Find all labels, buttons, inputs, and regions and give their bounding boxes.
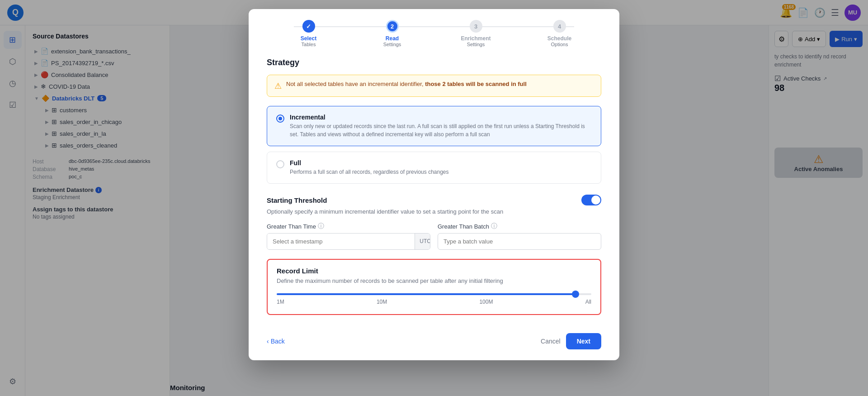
- radio-incremental[interactable]: [276, 115, 284, 123]
- record-limit-title: Record Limit: [277, 267, 591, 275]
- radio-full[interactable]: [276, 160, 284, 168]
- slider-label-100m: 100M: [479, 299, 493, 305]
- modal-footer: ‹ Back Cancel Next: [249, 326, 619, 360]
- slider-label-10m: 10M: [377, 299, 387, 305]
- step-schedule[interactable]: 4 Schedule Options: [518, 20, 601, 47]
- step-circle-4: 4: [553, 20, 566, 33]
- option-incremental-desc: Scan only new or updated records since t…: [290, 122, 592, 138]
- warning-icon: ⚠: [274, 81, 282, 91]
- step-sublabel-4: Options: [551, 42, 568, 47]
- warning-banner: ⚠ Not all selected tables have an increm…: [267, 75, 601, 97]
- step-circle-2: 2: [386, 20, 399, 33]
- option-full-desc: Performs a full scan of all records, reg…: [290, 168, 449, 176]
- slider-track: [277, 293, 591, 295]
- slider-fill: [277, 293, 576, 295]
- step-circle-3: 3: [470, 20, 482, 33]
- wizard-steps: ✓ Select Tables 2 Read Settings 3 Enrich…: [249, 9, 619, 47]
- step-circle-1: ✓: [302, 20, 315, 33]
- option-incremental[interactable]: Incremental Scan only new or updated rec…: [267, 106, 601, 146]
- warning-text: Not all selected tables have an incremen…: [286, 81, 527, 87]
- threshold-header: Starting Threshold: [267, 195, 601, 205]
- slider-labels: 1M 10M 100M All: [277, 299, 591, 305]
- batch-input-group: Greater Than Batch ⓘ: [438, 222, 601, 250]
- strategy-title: Strategy: [267, 58, 601, 67]
- step-read-settings[interactable]: 2 Read Settings: [350, 20, 434, 47]
- time-help-icon: ⓘ: [318, 222, 324, 230]
- batch-input[interactable]: [438, 233, 601, 250]
- slider-label-all: All: [585, 299, 591, 305]
- record-limit-desc: Define the maximum number of records to …: [277, 277, 591, 284]
- step-sublabel-2: Settings: [383, 42, 401, 47]
- step-label-2: Read: [386, 35, 399, 42]
- option-incremental-label: Incremental: [290, 114, 592, 121]
- step-enrichment[interactable]: 3 Enrichment Settings: [434, 20, 518, 47]
- step-sublabel-1: Tables: [302, 42, 316, 47]
- slider-label-1m: 1M: [277, 299, 284, 305]
- option-full[interactable]: Full Performs a full scan of all records…: [267, 152, 601, 184]
- batch-input-label: Greater Than Batch ⓘ: [438, 222, 601, 230]
- modal: ✓ Select Tables 2 Read Settings 3 Enrich…: [249, 9, 619, 360]
- cancel-button[interactable]: Cancel: [541, 338, 561, 345]
- threshold-desc: Optionally specify a minimum incremental…: [267, 208, 601, 215]
- batch-help-icon: ⓘ: [491, 222, 497, 230]
- threshold-toggle[interactable]: [581, 195, 601, 205]
- modal-overlay: ✓ Select Tables 2 Read Settings 3 Enrich…: [0, 0, 868, 396]
- step-select-tables[interactable]: ✓ Select Tables: [267, 20, 350, 47]
- threshold-inputs: Greater Than Time ⓘ UTC Greater Than Bat…: [267, 222, 601, 250]
- next-button[interactable]: Next: [566, 333, 601, 349]
- utc-badge: UTC: [415, 234, 430, 249]
- step-label-1: Select: [301, 35, 316, 42]
- footer-right: Cancel Next: [541, 333, 601, 349]
- step-label-3: Enrichment: [461, 35, 491, 42]
- back-button[interactable]: ‹ Back: [267, 338, 285, 345]
- modal-body: Strategy ⚠ Not all selected tables have …: [249, 47, 619, 326]
- step-sublabel-3: Settings: [467, 42, 485, 47]
- threshold-title: Starting Threshold: [267, 196, 327, 204]
- time-input-label: Greater Than Time ⓘ: [267, 222, 430, 230]
- step-label-4: Schedule: [547, 35, 571, 42]
- record-limit-section: Record Limit Define the maximum number o…: [267, 259, 601, 315]
- timestamp-input[interactable]: [267, 234, 415, 249]
- option-full-label: Full: [290, 159, 449, 167]
- threshold-section: Starting Threshold Optionally specify a …: [267, 195, 601, 250]
- slider-thumb[interactable]: [572, 291, 579, 298]
- record-limit-slider-container: 1M 10M 100M All: [277, 291, 591, 307]
- time-input-group: Greater Than Time ⓘ UTC: [267, 222, 430, 250]
